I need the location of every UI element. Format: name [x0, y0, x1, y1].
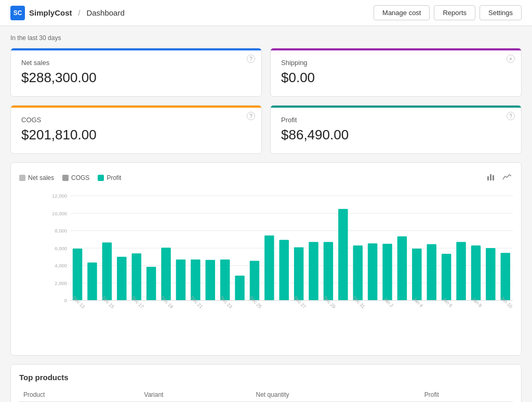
svg-rect-41 — [427, 244, 436, 301]
kpi-grid: ? Net sales $288,300.00 × Shipping $0.00… — [10, 48, 522, 154]
legend-dot-net-sales — [19, 175, 25, 181]
kpi-value-cogs: $201,810.00 — [21, 127, 251, 143]
svg-rect-0 — [487, 176, 489, 180]
svg-rect-44 — [471, 245, 481, 301]
svg-rect-21 — [131, 253, 141, 300]
svg-rect-45 — [486, 248, 495, 301]
svg-rect-29 — [250, 261, 259, 300]
legend-label-cogs: COGS — [71, 174, 89, 181]
chart-container: 02,0004,0006,0008,00010,00012,000Dec 13D… — [19, 191, 513, 347]
kpi-help-shipping[interactable]: × — [507, 55, 515, 63]
header-left: SC SimplyCost / Dashboard — [10, 6, 125, 20]
manage-cost-button[interactable]: Manage cost — [374, 5, 430, 20]
legend-profit: Profit — [98, 174, 121, 181]
svg-rect-1 — [490, 174, 491, 180]
svg-rect-20 — [117, 257, 126, 301]
kpi-card-net-sales: ? Net sales $288,300.00 — [10, 48, 262, 97]
products-table: Product Variant Net quantity Profit — [19, 388, 513, 402]
svg-rect-43 — [456, 242, 466, 300]
svg-rect-40 — [412, 249, 421, 301]
svg-rect-23 — [161, 248, 170, 300]
svg-rect-42 — [442, 254, 451, 301]
chart-header: Net sales COGS Profit — [19, 171, 513, 185]
svg-text:Jan 2: Jan 2 — [382, 296, 394, 308]
svg-rect-17 — [73, 249, 82, 301]
svg-rect-25 — [191, 260, 200, 301]
svg-rect-39 — [397, 236, 407, 300]
svg-text:10,000: 10,000 — [52, 211, 67, 216]
header-buttons: Manage cost Reports Settings — [374, 5, 522, 20]
col-profit: Profit — [420, 388, 513, 402]
svg-rect-2 — [493, 175, 494, 180]
legend-dot-cogs — [62, 175, 69, 181]
kpi-value-net-sales: $288,300.00 — [21, 70, 251, 86]
legend-label-profit: Profit — [107, 174, 121, 181]
brand-name: SimplyCost — [29, 8, 72, 17]
svg-text:4,000: 4,000 — [55, 263, 67, 268]
chart-icons — [486, 171, 513, 185]
svg-text:2,000: 2,000 — [55, 280, 67, 286]
chart-svg: 02,0004,0006,0008,00010,00012,000Dec 13D… — [45, 191, 513, 320]
kpi-value-shipping: $0.00 — [281, 70, 511, 86]
svg-rect-26 — [205, 260, 215, 301]
col-product: Product — [19, 388, 140, 402]
legend-cogs: COGS — [62, 174, 89, 181]
logo-text: SC — [14, 9, 22, 17]
chart-legend: Net sales COGS Profit — [19, 174, 121, 181]
kpi-help-profit[interactable]: ? — [507, 112, 515, 120]
svg-text:6,000: 6,000 — [55, 245, 67, 251]
svg-rect-18 — [87, 263, 97, 301]
settings-button[interactable]: Settings — [480, 5, 522, 20]
period-label: In the last 30 days — [10, 34, 522, 42]
kpi-label-cogs: COGS — [21, 116, 251, 124]
products-title: Top products — [19, 373, 513, 382]
svg-text:12,000: 12,000 — [52, 193, 67, 199]
svg-text:Jan 4: Jan 4 — [412, 296, 424, 308]
svg-rect-37 — [368, 243, 377, 301]
kpi-card-shipping: × Shipping $0.00 — [270, 48, 522, 97]
kpi-help-net-sales[interactable]: ? — [247, 55, 255, 63]
legend-net-sales: Net sales — [19, 174, 54, 181]
svg-rect-32 — [294, 247, 303, 300]
svg-text:0: 0 — [64, 297, 67, 303]
legend-dot-profit — [98, 175, 104, 181]
bar-chart-icon-button[interactable] — [486, 171, 497, 185]
svg-rect-24 — [176, 260, 185, 301]
svg-text:Jan 8: Jan 8 — [471, 296, 483, 308]
kpi-label-shipping: Shipping — [281, 59, 511, 67]
svg-rect-30 — [264, 236, 274, 301]
svg-rect-38 — [382, 244, 392, 301]
svg-rect-22 — [147, 267, 156, 301]
svg-text:8,000: 8,000 — [55, 228, 67, 234]
kpi-label-net-sales: Net sales — [21, 59, 251, 67]
kpi-help-cogs[interactable]: ? — [247, 112, 255, 120]
kpi-value-profit: $86,490.00 — [281, 127, 511, 143]
col-net-quantity: Net quantity — [252, 388, 420, 402]
chart-section: Net sales COGS Profit — [10, 162, 522, 356]
kpi-label-profit: Profit — [281, 116, 511, 124]
line-chart-icon-button[interactable] — [501, 171, 513, 185]
svg-rect-36 — [353, 245, 363, 301]
logo: SC — [10, 6, 25, 20]
svg-text:Jan 6: Jan 6 — [442, 296, 454, 308]
col-variant: Variant — [140, 388, 251, 402]
legend-label-net-sales: Net sales — [28, 174, 54, 181]
main-content: In the last 30 days ? Net sales $288,300… — [0, 26, 532, 402]
header: SC SimplyCost / Dashboard Manage cost Re… — [0, 0, 532, 26]
kpi-card-profit: ? Profit $86,490.00 — [270, 105, 522, 154]
breadcrumb-separator: / — [78, 9, 81, 17]
kpi-card-cogs: ? COGS $201,810.00 — [10, 105, 262, 154]
svg-rect-28 — [235, 276, 244, 301]
svg-rect-31 — [280, 240, 289, 300]
reports-button[interactable]: Reports — [434, 5, 475, 20]
svg-rect-46 — [501, 253, 510, 300]
svg-rect-34 — [324, 242, 333, 300]
products-section: Top products Product Variant Net quantit… — [10, 364, 522, 402]
svg-rect-27 — [220, 260, 230, 301]
svg-rect-35 — [338, 209, 348, 301]
svg-rect-19 — [102, 242, 112, 300]
page-title: Dashboard — [86, 8, 124, 17]
svg-rect-33 — [309, 242, 318, 300]
